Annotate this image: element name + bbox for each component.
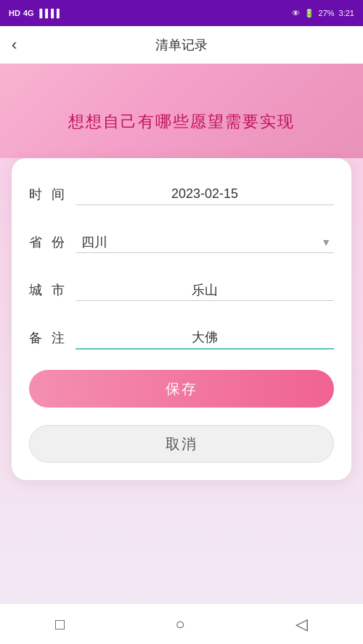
cancel-button[interactable]: 取消 (29, 425, 334, 463)
province-row: 省 份 四川 北京 上海 广东 浙江 ▼ (29, 226, 334, 258)
province-label-text: 省 份 (29, 234, 68, 251)
time-label: 时 间 (29, 186, 76, 203)
back-button[interactable]: ‹ (12, 36, 17, 54)
home-square-icon[interactable]: □ (55, 615, 65, 634)
content-area: 时 间 省 份 四川 北京 上海 广东 浙江 ▼ (0, 158, 363, 622)
city-label-text: 城 市 (29, 281, 68, 299)
nav-bar: ‹ 清单记录 (0, 26, 363, 64)
status-left: HD 4G ▐▐▐▐ (9, 9, 60, 17)
note-row: 备 注 (29, 322, 334, 354)
banner-text: 想想自己有哪些愿望需要实现 (68, 111, 295, 133)
save-btn-row: 保存 (29, 370, 334, 408)
eye-icon: 👁 (292, 9, 300, 17)
time-row: 时 间 (29, 178, 334, 210)
time-label-text: 时 间 (29, 186, 68, 203)
time-label: 3:21 (339, 9, 354, 17)
form-card: 时 间 省 份 四川 北京 上海 广东 浙江 ▼ (12, 158, 351, 480)
cancel-btn-row: 取消 (29, 416, 334, 463)
note-label: 备 注 (29, 329, 76, 347)
network-label: 4G (23, 9, 34, 17)
home-circle-icon[interactable]: ○ (175, 615, 184, 634)
signal-icon: ▐▐▐▐ (37, 9, 60, 17)
city-input[interactable] (76, 279, 334, 301)
back-triangle-icon[interactable]: ◁ (295, 615, 308, 634)
note-input[interactable] (76, 327, 334, 350)
time-input[interactable] (76, 183, 334, 205)
battery-icon: 🔋 (304, 9, 314, 18)
time-value-container (76, 183, 334, 205)
province-select-container: 四川 北京 上海 广东 浙江 ▼ (76, 232, 334, 253)
city-label: 城 市 (29, 281, 76, 299)
status-right: 👁 🔋 27% 3:21 (292, 9, 354, 18)
bottom-nav-bar: □ ○ ◁ (0, 603, 363, 644)
battery-label: 27% (319, 9, 335, 17)
note-label-text: 备 注 (29, 329, 68, 347)
page-title: 清单记录 (155, 36, 208, 54)
province-select[interactable]: 四川 北京 上海 广东 浙江 (76, 232, 334, 253)
province-label: 省 份 (29, 234, 76, 251)
status-bar: HD 4G ▐▐▐▐ 👁 🔋 27% 3:21 (0, 0, 363, 26)
hd-label: HD (9, 9, 20, 17)
city-value-container (76, 279, 334, 301)
note-value-container (76, 327, 334, 350)
city-row: 城 市 (29, 274, 334, 306)
save-button[interactable]: 保存 (29, 370, 334, 408)
